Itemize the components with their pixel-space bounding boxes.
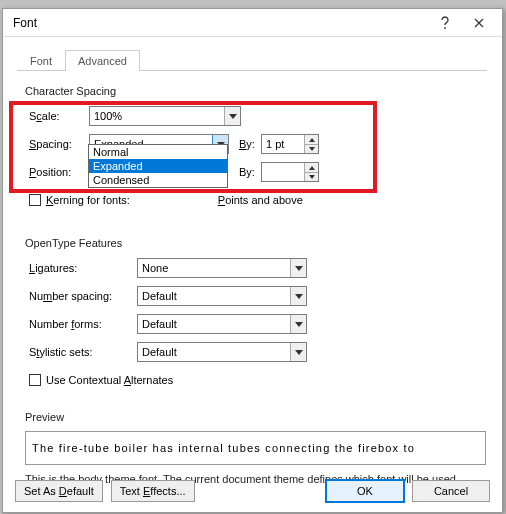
- dropdown-option-condensed[interactable]: Condensed: [89, 173, 227, 187]
- spinner-buttons[interactable]: [304, 135, 318, 153]
- titlebar: Font: [3, 9, 502, 37]
- checkbox-icon: [29, 194, 41, 206]
- close-icon: [474, 18, 484, 28]
- chevron-down-icon: [290, 343, 306, 361]
- scale-row: Scale: 100%: [29, 105, 486, 127]
- tab-advanced[interactable]: Advanced: [65, 50, 140, 71]
- cancel-button[interactable]: Cancel: [412, 480, 490, 502]
- spin-down-icon: [305, 144, 318, 153]
- dropdown-option-expanded[interactable]: Expanded: [89, 159, 227, 173]
- position-by-label: By:: [239, 166, 261, 178]
- chevron-down-icon: [290, 287, 306, 305]
- spin-up-icon: [305, 135, 318, 144]
- number-spacing-label: Number spacing:: [29, 290, 137, 302]
- dropdown-option-normal[interactable]: Normal: [89, 145, 227, 159]
- spinner-buttons[interactable]: [304, 163, 318, 181]
- set-as-default-button[interactable]: Set As Default: [15, 480, 103, 502]
- chevron-down-icon: [290, 259, 306, 277]
- number-forms-label: Number forms:: [29, 318, 137, 330]
- kerning-suffix: Points and above: [218, 194, 303, 206]
- opentype-group-label: OpenType Features: [25, 237, 486, 249]
- preview-text: The fire-tube boiler has internal tubes …: [32, 442, 415, 454]
- stylistic-sets-combo[interactable]: Default: [137, 342, 307, 362]
- contextual-alternates-checkbox[interactable]: Use Contextual Alternates: [29, 374, 173, 386]
- position-label: Position:: [29, 166, 89, 178]
- close-button[interactable]: [462, 10, 496, 36]
- stylistic-sets-label: Stylistic sets:: [29, 346, 137, 358]
- scale-combo[interactable]: 100%: [89, 106, 241, 126]
- preview-label: Preview: [25, 411, 486, 423]
- kerning-label: Kerning for fonts:: [46, 194, 130, 206]
- kerning-checkbox[interactable]: Kerning for fonts:: [29, 194, 130, 206]
- spin-up-icon: [305, 163, 318, 172]
- spacing-by-spinner[interactable]: 1 pt: [261, 134, 319, 154]
- preview-box: The fire-tube boiler has internal tubes …: [25, 431, 486, 465]
- font-dialog: Font Font Advanced Character Spacing Sca…: [2, 8, 503, 513]
- contextual-alternates-label: Use Contextual Alternates: [46, 374, 173, 386]
- dialog-body: Character Spacing Scale: 100% Spacing: E…: [3, 71, 502, 497]
- spacing-dropdown-list[interactable]: Normal Expanded Condensed: [88, 144, 228, 188]
- help-button[interactable]: [428, 10, 462, 36]
- ligatures-label: Ligatures:: [29, 262, 137, 274]
- checkbox-icon: [29, 374, 41, 386]
- chevron-down-icon: [224, 107, 240, 125]
- ok-button[interactable]: OK: [326, 480, 404, 502]
- number-forms-combo[interactable]: Default: [137, 314, 307, 334]
- svg-point-0: [444, 27, 446, 29]
- spin-down-icon: [305, 172, 318, 181]
- help-icon: [440, 16, 450, 30]
- ligatures-combo[interactable]: None: [137, 258, 307, 278]
- scale-value: 100%: [90, 110, 224, 122]
- spacing-by-value: 1 pt: [262, 138, 304, 150]
- spacing-by-label: By:: [239, 138, 261, 150]
- chevron-down-icon: [290, 315, 306, 333]
- text-effects-button[interactable]: Text Effects...: [111, 480, 195, 502]
- position-by-spinner[interactable]: [261, 162, 319, 182]
- dialog-footer: Set As Default Text Effects... OK Cancel: [3, 470, 502, 512]
- tab-strip: Font Advanced: [17, 49, 487, 71]
- kerning-row: Kerning for fonts: Points and above: [29, 189, 486, 211]
- spacing-label: Spacing:: [29, 138, 89, 150]
- number-spacing-combo[interactable]: Default: [137, 286, 307, 306]
- character-spacing-group-label: Character Spacing: [25, 85, 486, 97]
- tab-font[interactable]: Font: [17, 50, 65, 71]
- scale-label: Scale:: [29, 110, 89, 122]
- window-title: Font: [13, 16, 428, 30]
